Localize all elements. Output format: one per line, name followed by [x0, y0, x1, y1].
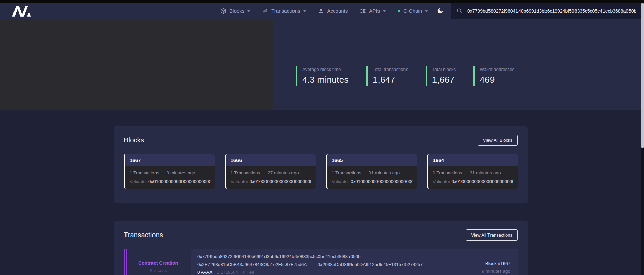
blocks-panel-header: Blocks View All Blocks [124, 135, 518, 146]
transaction-amount: 0 AVAX [197, 270, 213, 275]
block-number: 1664 [428, 154, 518, 166]
page-scrollbar[interactable] [641, 3, 644, 275]
block-tx-count: 1 Transactions [433, 170, 463, 175]
nav-item-accounts[interactable]: Accounts [318, 8, 348, 14]
chevron-down-icon [425, 10, 428, 12]
transactions-panel: Transactions View All Transactions Contr… [114, 221, 528, 275]
validator-address: 0x0100000000000000000000000... [452, 179, 513, 184]
validator-label: Validator [433, 179, 450, 184]
stat-label: Total blocks [432, 67, 456, 72]
person-icon [318, 8, 324, 14]
sliders-icon [360, 8, 366, 14]
transaction-row[interactable]: Contract Creation Success 0x7799bd580272… [124, 249, 518, 275]
transaction-time-ago: 9 minutes ago [482, 267, 510, 275]
nav-item-label: Transactions [271, 8, 300, 14]
block-number: 1666 [226, 154, 316, 166]
hero-stats-panel: Average block time 4.3 minutes Total tra… [273, 19, 644, 110]
text-caret [637, 8, 637, 14]
stat-value: 1,647 [373, 75, 408, 85]
nav-item-label: Blocks [229, 8, 244, 14]
hero-empty-area [0, 19, 273, 110]
stats-row: Average block time 4.3 minutes Total tra… [296, 66, 514, 86]
block-time-ago: 9 minutes ago [167, 170, 195, 175]
validator-label: Validator [332, 179, 349, 184]
main-nav: Blocks Transactions Accounts APIs [220, 8, 428, 14]
view-all-blocks-button[interactable]: View All Blocks [478, 135, 518, 146]
validator-label: Validator [231, 179, 248, 184]
block-cards-row: 1667 1 Transactions 9 minutes ago Valida… [124, 154, 518, 189]
chevron-down-icon [383, 10, 386, 12]
block-card-body: 1 Transactions 27 minutes ago Validator … [226, 166, 316, 189]
transaction-hash: 0x7799bd580272f9604140b6991d3bb6c19924bf… [197, 253, 511, 260]
nav-item-label: APIs [369, 8, 380, 14]
validator-address: 0x0100000000000000000000000... [148, 179, 210, 184]
avalanche-logo-icon [12, 5, 31, 17]
stat-label: Average block time [302, 67, 349, 72]
nav-item-chain-selector[interactable]: C-Chain [398, 8, 428, 14]
stat-value: 469 [480, 75, 514, 85]
search-field[interactable]: 0x7799bd580272f9604140b6991d3bb6c19924bf… [451, 3, 644, 19]
block-card[interactable]: 1665 1 Transactions 31 minutes ago Valid… [326, 154, 417, 189]
transaction-accent-bar [124, 249, 125, 275]
transactions-panel-header: Transactions View All Transactions [124, 229, 518, 241]
nav-item-apis[interactable]: APIs [360, 8, 386, 14]
stat-total-transactions: Total transactions 1,647 [366, 66, 408, 86]
search-input-value: 0x7799bd580272f9604140b6991d3bb6c19924bf… [467, 8, 636, 14]
block-card[interactable]: 1666 1 Transactions 27 minutes ago Valid… [225, 154, 316, 189]
block-card[interactable]: 1664 1 Transactions 31 minutes ago Valid… [427, 154, 518, 189]
block-card-body: 1 Transactions 31 minutes ago Validator … [327, 166, 417, 189]
arrow-right-icon: → [310, 262, 314, 267]
avalanche-logo[interactable] [12, 5, 31, 17]
stat-average-block-time: Average block time 4.3 minutes [296, 66, 349, 86]
stat-wallet-addresses: Wallet addresses 469 [473, 66, 514, 86]
transaction-type-badge: Contract Creation Success [126, 249, 190, 275]
transaction-details: 0x7799bd580272f9604140b6991d3bb6c19924bf… [191, 249, 518, 275]
transaction-from-address: 0x2E7263d815CbB43a9647843C8a1e2F5c87F75d… [197, 262, 307, 267]
stat-label: Total transactions [373, 67, 408, 72]
nav-item-label: C-Chain [403, 8, 422, 14]
transaction-block-info: Block #1667 9 minutes ago [482, 259, 510, 275]
stat-value: 4.3 minutes [302, 75, 349, 85]
transactions-section-title: Transactions [124, 231, 163, 239]
block-tx-count: 1 Transactions [332, 170, 361, 175]
validator-label: Validator [130, 179, 147, 184]
window-top-strip [0, 0, 644, 3]
chevron-down-icon [247, 10, 250, 12]
stat-label: Wallet addresses [480, 67, 514, 72]
transaction-type: Contract Creation [138, 260, 178, 266]
block-time-ago: 27 minutes ago [268, 170, 299, 175]
blocks-section-title: Blocks [124, 136, 144, 144]
transaction-status: Success [149, 268, 167, 273]
blocks-panel: Blocks View All Blocks 1667 1 Transactio… [114, 126, 528, 203]
nav-item-blocks[interactable]: Blocks [220, 8, 250, 14]
stat-value: 1,667 [432, 75, 456, 85]
block-card-body: 1 Transactions 9 minutes ago Validator 0… [125, 166, 215, 189]
chain-status-dot [398, 10, 400, 12]
transfer-icon [262, 8, 268, 14]
transaction-fee: 1.1718604 TX Fee [217, 270, 254, 275]
block-time-ago: 31 minutes ago [470, 170, 501, 175]
block-tx-count: 1 Transactions [130, 170, 159, 175]
search-icon [456, 8, 463, 14]
view-all-transactions-button[interactable]: View All Transactions [466, 229, 518, 241]
moon-icon [437, 7, 444, 15]
stat-total-blocks: Total blocks 1,667 [426, 66, 456, 86]
cube-icon [220, 8, 226, 14]
chevron-down-icon [303, 10, 306, 12]
block-number: 1665 [327, 154, 417, 166]
transaction-block-ref: Block #1667 [482, 259, 510, 267]
validator-address: 0x0100000000000000000000000... [351, 179, 412, 184]
navbar: Blocks Transactions Accounts APIs [0, 3, 644, 19]
block-time-ago: 31 minutes ago [369, 170, 400, 175]
validator-address: 0x0100000000000000000000000... [250, 179, 311, 184]
block-number: 1667 [125, 154, 215, 166]
nav-item-label: Accounts [327, 8, 348, 14]
block-card-body: 1 Transactions 31 minutes ago Validator … [428, 166, 518, 189]
dark-mode-toggle[interactable] [437, 7, 444, 15]
transaction-to-address[interactable]: 0x2938eD5D869e50DA6f125dfc45F13157f52742… [318, 262, 423, 267]
block-tx-count: 1 Transactions [231, 170, 260, 175]
block-card[interactable]: 1667 1 Transactions 9 minutes ago Valida… [124, 154, 215, 189]
nav-item-transactions[interactable]: Transactions [262, 8, 306, 14]
scrollbar-thumb[interactable] [641, 3, 644, 148]
